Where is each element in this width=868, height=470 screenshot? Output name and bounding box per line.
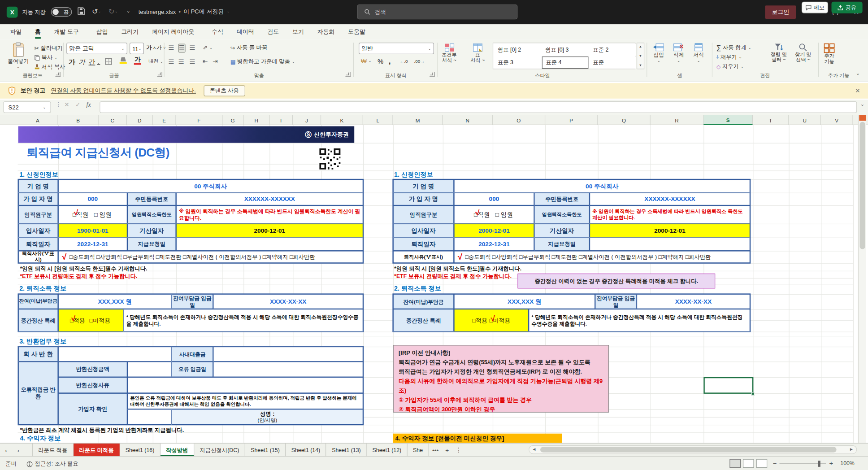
zoom-in-icon[interactable]: +	[829, 460, 833, 467]
enable-content-button[interactable]: 콘텐츠 사용	[204, 85, 245, 96]
left-ssn-value[interactable]: XXXXXX-XXXXXX	[176, 193, 363, 205]
clear-button[interactable]: ◇지우기⌄	[716, 63, 744, 70]
left-reason-label[interactable]: 퇴직사유('V'표시)	[18, 251, 58, 263]
sheet-tab-라운드 미적용[interactable]: 라운드 미적용	[74, 444, 120, 456]
cell-style-표준 4[interactable]: 표준 4	[542, 57, 589, 69]
sheet-tab-menu-icon[interactable]: ⋮	[452, 444, 464, 456]
left-return-amount-value[interactable]	[127, 361, 172, 377]
left-note-return[interactable]: *반환금은 최초 계약 체결시 등록된 기업의 반환계좌로 지급됩니다.	[20, 426, 184, 434]
format-as-table-button[interactable]: 표 서식 ~	[470, 43, 485, 63]
right-reason-checkboxes[interactable]: □중도퇴직 □사망퇴직 □무급부퇴직 □제도전환 □계열사이전 ( 이전합의서첨…	[465, 253, 711, 261]
left-ssn-label[interactable]: 주민등록번호	[127, 193, 176, 205]
ribbon-tab-홈[interactable]: 홈	[31, 24, 44, 39]
number-format-combo[interactable]: 일반⌄	[359, 43, 434, 54]
cell-style-표준 3[interactable]: 표준 3	[495, 57, 541, 69]
formula-input[interactable]	[100, 101, 857, 113]
column-header-K[interactable]: K	[321, 115, 363, 125]
format-painter-button[interactable]: 서식 복사	[35, 63, 65, 71]
style-gallery-scroll[interactable]: ▲▼▼	[637, 43, 644, 69]
excel-app-icon[interactable]: X	[7, 7, 18, 18]
align-center-button[interactable]: ☰	[178, 57, 184, 65]
clipboard-dialog-launcher[interactable]	[55, 72, 60, 77]
zoom-level[interactable]: 100%	[840, 460, 855, 466]
merge-center-button[interactable]: ▤ 병합하고 가운데 맞춤 ⌄	[230, 57, 295, 65]
sheet-nav-prev-icon[interactable]: ‹	[0, 444, 12, 456]
column-header-S[interactable]: S	[703, 115, 753, 125]
alignment-dialog-launcher[interactable]	[345, 72, 350, 77]
cell-style-표준[interactable]: 표준	[590, 57, 636, 69]
comma-style-button[interactable]: ,	[389, 57, 391, 65]
right-reason-label[interactable]: 퇴직사유('V'표시)	[393, 251, 454, 263]
column-header-I[interactable]: I	[269, 115, 293, 125]
right-section4-heading[interactable]: 4. 수익자 정보 [현물이전 미신청인 경우]	[393, 434, 562, 443]
right-request-date-label[interactable]: 지급요청일	[534, 238, 589, 251]
right-unpaid-label[interactable]: 잔여(미납)부담금	[393, 294, 454, 309]
paste-button[interactable]: 붙여넣기 ⌄	[8, 42, 29, 70]
right-interim-label[interactable]: 중간정산 특례	[393, 309, 454, 332]
hscroll-left-icon[interactable]: ◄	[532, 447, 537, 452]
executive-checkbox[interactable]: □ 임원	[495, 211, 513, 218]
left-return-reason-value[interactable]	[127, 377, 363, 393]
column-header-L[interactable]: L	[363, 115, 393, 125]
align-right-button[interactable]: ☰	[189, 57, 195, 65]
sheet-tab-라운드 적용[interactable]: 라운드 적용	[32, 444, 74, 456]
column-header-B[interactable]: B	[58, 115, 99, 125]
ribbon-tab-개발 도구[interactable]: 개발 도구	[51, 24, 82, 39]
left-join-date-value[interactable]: 1900-01-01	[58, 224, 127, 238]
delete-cells-button[interactable]: 삭제⌄	[673, 43, 684, 63]
left-member-value[interactable]: 000	[58, 193, 127, 205]
left-unpaid-label[interactable]: 잔여(미납)부담금	[18, 294, 58, 309]
comments-button[interactable]: 메모	[802, 2, 828, 13]
right-company-value[interactable]: 00 주식회사	[454, 179, 750, 193]
copy-button[interactable]: 복사⌄	[35, 54, 58, 61]
right-ssn-label[interactable]: 주민등록번호	[534, 193, 589, 205]
document-title[interactable]: testmerge.xlsx • 이 PC에 저장됨 ⌄	[139, 8, 230, 15]
column-header-G[interactable]: G	[222, 115, 243, 125]
right-note-exec[interactable]: *임원 퇴직 시 [임원 퇴직소득 한도]필수 기재합니다.	[394, 265, 521, 272]
right-unpaid-date-value[interactable]: XXXX-XX-XX	[637, 294, 750, 309]
save-icon[interactable]	[78, 7, 85, 15]
number-dialog-launcher[interactable]	[430, 72, 434, 77]
right-base-date-label[interactable]: 기산일자	[534, 224, 589, 238]
fill-handle[interactable]	[751, 392, 754, 395]
left-return-amount-label[interactable]: 반환신청금액	[58, 361, 127, 377]
share-button[interactable]: 공유	[832, 2, 863, 13]
selected-cell-S22[interactable]	[703, 377, 753, 394]
left-emp-type-options[interactable]: √□직원 □ 임원	[58, 205, 127, 224]
horizontal-scrollbar-thumb[interactable]	[540, 447, 837, 452]
cut-button[interactable]: ✂잘라내기	[35, 44, 63, 52]
borders-button[interactable]	[105, 58, 112, 65]
left-error-date-label[interactable]: 오류 입금일	[172, 361, 213, 377]
left-company-value[interactable]: 00 주식회사	[58, 179, 363, 193]
sheet-tab-She[interactable]: She	[408, 444, 429, 456]
right-ssn-value[interactable]: XXXXXX-XXXXXX	[590, 193, 750, 205]
left-confirm-text[interactable]: 본인은 오류 적립금에 대하여 보유상품 매도 후 회사로 반환처리에 동의하며…	[127, 393, 363, 409]
orientation-button[interactable]: ⇗⌄	[203, 44, 213, 51]
vertical-scrollbar[interactable]	[858, 115, 866, 443]
font-size-combo[interactable]: 11⌄	[130, 43, 144, 54]
sheet-nav-next-icon[interactable]: ›	[12, 444, 24, 456]
right-request-date-value[interactable]	[590, 238, 750, 251]
column-header-H[interactable]: H	[243, 115, 269, 125]
left-interim-label[interactable]: 중간정산 특례	[18, 309, 58, 332]
ribbon-tab-페이지 레이아웃[interactable]: 페이지 레이아웃	[149, 24, 198, 39]
column-header-F[interactable]: F	[176, 115, 223, 125]
left-reason-checkboxes[interactable]: □중도퇴직 □사망퇴직 □무급부퇴직 □제도전환 □계열사이전 ( 이전합의서첨…	[69, 253, 315, 261]
right-interim-options[interactable]: □적용 √□미적용	[454, 309, 529, 332]
increase-decimal-button[interactable]: ←.0	[399, 59, 408, 64]
find-select-button[interactable]: 찾기 및 선택 ~	[795, 43, 811, 63]
enter-formula-icon[interactable]: ✓	[75, 101, 80, 109]
sort-filter-button[interactable]: 정렬 및 필터 ~	[771, 43, 787, 63]
left-unpaid-date-label[interactable]: 잔여부담금 입금일	[172, 294, 213, 309]
percent-style-button[interactable]: %	[378, 57, 383, 65]
sheet-tab-Sheet1 (14)[interactable]: Sheet1 (14)	[286, 444, 326, 456]
sheet-area[interactable]: Ⓢ 신한투자증권 퇴직급여 지급신청서 (DC형) 1. 신청인정보 1. 신청…	[0, 125, 868, 443]
ribbon-tab-데이터[interactable]: 데이터	[233, 24, 257, 39]
font-dialog-launcher[interactable]	[157, 72, 162, 77]
ribbon-tab-수식[interactable]: 수식	[208, 24, 227, 39]
sheet-tab-Sheet1 (12)[interactable]: Sheet1 (12)	[367, 444, 407, 456]
left-company-return-label[interactable]: 회 사 반 환	[18, 347, 58, 361]
sheet-tab-지급신청서(DC)[interactable]: 지급신청서(DC)	[194, 444, 245, 456]
left-error-return-label[interactable]: 오류적립금 반환	[18, 361, 58, 425]
left-request-date-value[interactable]	[176, 238, 363, 251]
